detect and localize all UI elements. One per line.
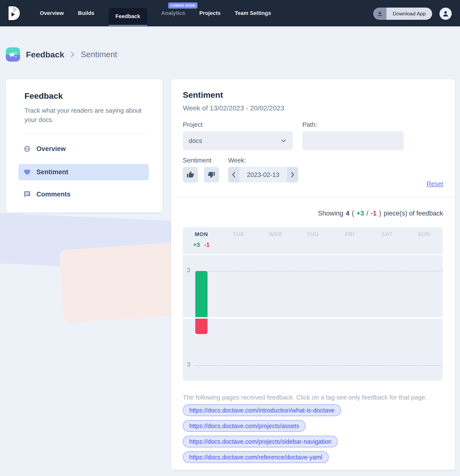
chevron-right-icon (70, 51, 75, 58)
nav-item-label: Overview (40, 10, 64, 16)
positive-bar-column (257, 255, 294, 317)
chart-day-header: MON+3-1TUEWEDTHUFRISATSUN (183, 227, 443, 254)
doctave-logo-icon[interactable] (6, 6, 21, 21)
negative-bar-column (220, 319, 257, 381)
chevron-right-icon (290, 172, 295, 178)
positive-bar-column (331, 255, 368, 317)
comment-icon (23, 190, 31, 198)
thumbs-down-filter-button[interactable] (204, 167, 219, 183)
globe-icon (23, 145, 31, 153)
day-label: TUE (233, 231, 244, 238)
nav-item-overview[interactable]: Overview (40, 0, 64, 26)
nav-item-label: Builds (78, 10, 94, 16)
nav-item-analytics[interactable]: AnalyticsCOMING SOON (161, 0, 185, 26)
negative-bar-column (405, 319, 443, 381)
day-count-badges: +3-1 (193, 241, 210, 248)
filters-divider (171, 196, 455, 197)
day-label: THU (307, 231, 318, 238)
positive-bar-column (368, 255, 405, 317)
week-value: 2023-02-13 (239, 167, 287, 183)
chart-day-mon: MON+3-1 (183, 231, 220, 254)
download-app-button[interactable]: Download App (373, 8, 432, 20)
chart-day-tue: TUE (220, 231, 257, 254)
page-tag[interactable]: https://docs.doctave.com/projects/sideba… (183, 436, 338, 447)
thumbs-down-icon (208, 171, 215, 178)
user-avatar[interactable] (439, 8, 452, 20)
positive-bar[interactable] (195, 271, 208, 317)
day-label: FRI (345, 231, 354, 238)
week-next-button[interactable] (287, 167, 298, 183)
sidebar-item-label: Sentiment (36, 168, 68, 176)
project-select[interactable]: docs (183, 131, 293, 150)
path-input[interactable] (302, 131, 404, 150)
project-label: Project (183, 121, 203, 129)
day-label: SUN (418, 231, 430, 238)
tags-help-text: The following pages received feedback. C… (183, 394, 427, 401)
sidebar-item-sentiment[interactable]: Sentiment (18, 164, 149, 180)
sidebar-item-label: Overview (36, 145, 66, 153)
feedback-summary: Showing 4 ( +3 / -1 ) piece(s) of feedba… (318, 210, 443, 217)
sidebar-divider (24, 133, 149, 134)
positive-bar-column (294, 255, 331, 317)
chevron-left-icon (231, 172, 236, 178)
feedback-sidebar-card: Feedback Track what your readers are say… (6, 79, 163, 213)
day-positive-count: +3 (193, 241, 200, 248)
thumbs-up-icon (187, 171, 194, 178)
day-label: WED (269, 231, 282, 238)
breadcrumb-section[interactable]: Feedback (26, 50, 64, 59)
nav-item-label: Projects (199, 10, 220, 16)
nav-item-label: Analytics (161, 10, 185, 16)
sidebar-title: Feedback (24, 91, 63, 101)
summary-paren-close: ) (379, 210, 381, 217)
reset-filters-link[interactable]: Reset (427, 180, 443, 188)
day-label: SAT (382, 231, 393, 238)
page-tag[interactable]: https://docs.doctave.com/reference/docta… (183, 451, 329, 463)
chart-day-sun: SUN (405, 231, 443, 254)
summary-paren-open: ( (352, 210, 354, 217)
nav-item-team-settings[interactable]: Team Settings (235, 0, 271, 26)
week-stepper: 2023-02-13 (228, 167, 298, 183)
summary-count: 4 (346, 210, 350, 217)
nav-item-label: Feedback (115, 13, 140, 20)
negative-bar[interactable] (195, 319, 208, 334)
download-icon (373, 8, 386, 20)
page-tag[interactable]: https://docs.doctave.com/introduction/wh… (183, 404, 341, 416)
project-select-value: docs (189, 137, 202, 145)
negative-bar-column (257, 319, 294, 381)
page-title: Sentiment (183, 90, 223, 100)
sidebar-item-label: Comments (36, 191, 71, 198)
chart-day-wed: WED (257, 231, 294, 254)
heart-icon (23, 168, 31, 176)
chart-negative-area: 3 (183, 319, 443, 381)
summary-prefix: Showing (318, 210, 343, 217)
breadcrumb-page: Sentiment (81, 50, 117, 59)
coming-soon-badge: COMING SOON (168, 2, 198, 9)
summary-slash: / (366, 210, 368, 217)
nav-item-builds[interactable]: Builds (78, 0, 94, 26)
negative-bar-column (331, 319, 368, 381)
page-tag[interactable]: https://docs.doctave.com/projects/assets (183, 420, 306, 432)
chart-day-thu: THU (294, 231, 331, 254)
person-icon (442, 10, 449, 17)
sentiment-filter-label: Sentiment (183, 157, 211, 164)
sidebar-item-comments[interactable]: Comments (18, 187, 149, 201)
summary-positive: +3 (357, 210, 364, 217)
positive-bar-column (183, 255, 220, 317)
negative-bar-column (294, 319, 331, 381)
chevron-down-icon (281, 138, 286, 144)
day-negative-count: -1 (204, 241, 209, 248)
day-label: MON (195, 231, 208, 238)
nav-item-projects[interactable]: Projects (199, 0, 220, 26)
summary-suffix: piece(s) of feedback (384, 210, 443, 217)
positive-bar-column (405, 255, 443, 317)
sidebar-item-overview[interactable]: Overview (18, 142, 149, 156)
nav-item-feedback[interactable]: Feedback (109, 0, 147, 26)
thumbs-up-filter-button[interactable] (183, 167, 198, 183)
doctave-feedback-sentiment-page: OverviewBuildsFeedbackAnalyticsCOMING SO… (0, 0, 460, 476)
week-previous-button[interactable] (228, 167, 239, 183)
negative-bar-column (368, 319, 405, 381)
sidebar-description: Track what your readers are saying about… (24, 106, 142, 124)
sentiment-main-card: Sentiment Week of 13/02/2023 - 20/02/202… (171, 79, 455, 470)
chart-positive-area: 3 (183, 255, 443, 317)
path-label: Path: (302, 121, 317, 129)
